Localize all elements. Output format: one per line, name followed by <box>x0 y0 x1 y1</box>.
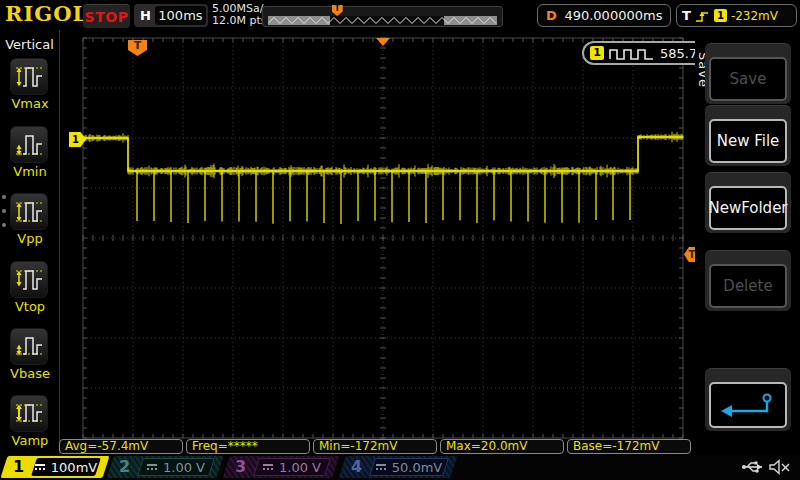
overview-wave <box>268 16 497 25</box>
save-menu: Save Save New File NewFolder Delete <box>695 30 800 455</box>
channel-3-scale: 1.00 V <box>279 460 321 475</box>
measurement-base: Base=-172mV <box>567 439 691 454</box>
delete-button[interactable]: Delete <box>705 250 791 311</box>
channel-1-status[interactable]: 1 100mV <box>4 456 106 478</box>
trigger-label: T <box>682 8 691 23</box>
menu-item-vtop[interactable]: Vtop <box>10 261 50 314</box>
channel-2-scale: 1.00 V <box>163 460 205 475</box>
timebase-value: 100ms <box>155 6 206 25</box>
channel-2-status[interactable]: 2 1.00 V <box>110 456 220 478</box>
menu-item-vmax[interactable]: Vmax <box>10 58 50 111</box>
channel-1-scale: 100mV <box>51 460 97 475</box>
horizontal-timebase-box[interactable]: H 100ms <box>134 4 208 27</box>
channel-1-number: 1 <box>13 457 24 477</box>
overview-trigger-flag[interactable]: T <box>332 5 343 16</box>
menu-item-vbase[interactable]: Vbase <box>10 328 50 381</box>
measurement-freq: Freq=***** <box>186 439 310 454</box>
counter-channel-badge: 1 <box>590 46 604 60</box>
channel-2-number: 2 <box>119 457 130 477</box>
vbase-label: Vbase <box>10 366 50 381</box>
new-file-button[interactable]: New File <box>705 105 791 166</box>
run-state-indicator[interactable]: STOP <box>83 4 130 28</box>
acquisition-info: 5.00MSa/s 12.0M pts <box>212 3 269 27</box>
brand-logo: RIGOL <box>5 1 88 26</box>
dc-coupling-icon <box>376 464 386 470</box>
oscilloscope-screen: RIGOL STOP H 100ms 5.00MSa/s 12.0M pts T… <box>0 0 800 480</box>
return-arrow-icon <box>718 390 778 420</box>
vtop-icon <box>10 261 48 298</box>
measure-menu-title: Vertical <box>0 37 59 52</box>
vmin-label: Vmin <box>10 164 50 179</box>
vmax-label: Vmax <box>10 96 50 111</box>
rising-edge-icon <box>695 8 710 24</box>
vamp-label: Vamp <box>10 433 50 448</box>
trigger-level-value: -232mV <box>731 9 778 23</box>
memory-depth: 12.0M pts <box>212 15 269 27</box>
vpp-label: Vpp <box>10 231 50 246</box>
vamp-icon <box>10 395 48 432</box>
save-button[interactable]: Save <box>705 43 791 104</box>
measurement-max: Max=20.0mV <box>440 439 564 454</box>
usb-icon <box>740 459 766 475</box>
vtop-label: Vtop <box>10 299 50 314</box>
measurement-min: Min=-172mV <box>313 439 437 454</box>
scope-canvas <box>60 30 696 450</box>
channel-3-number: 3 <box>235 457 246 477</box>
vmax-icon <box>10 58 48 95</box>
waveform-overview-bar[interactable]: T <box>262 6 503 27</box>
speaker-mute-icon <box>768 458 792 476</box>
status-bar: RIGOL STOP H 100ms 5.00MSa/s 12.0M pts T… <box>0 0 800 30</box>
dc-coupling-icon <box>263 464 273 470</box>
channel-4-status[interactable]: 4 50.0mV <box>342 456 454 478</box>
menu-item-vmin[interactable]: Vmin <box>10 126 50 179</box>
menu-page-dot <box>2 195 6 199</box>
vmin-icon <box>10 126 48 163</box>
channel-bar: 1 100mV 2 1.00 V 3 <box>0 455 800 480</box>
trigger-status-box: T 1 -232mV <box>676 4 797 27</box>
horizontal-label: H <box>140 8 151 23</box>
vbase-icon <box>10 328 48 365</box>
dc-coupling-icon <box>147 464 157 470</box>
measurement-avg: Avg=-57.4mV <box>59 439 183 454</box>
menu-item-vpp[interactable]: Vpp <box>10 193 50 246</box>
menu-item-vamp[interactable]: Vamp <box>10 395 50 448</box>
menu-page-dot <box>2 223 6 227</box>
square-wave-icon <box>609 47 655 60</box>
delay-label: D <box>546 8 557 23</box>
trigger-position-marker[interactable] <box>376 38 390 46</box>
dc-coupling-icon <box>35 464 45 470</box>
scope-display-area[interactable]: 1 T T 1 585.726 Hz <box>60 30 696 450</box>
channel-4-scale: 50.0mV <box>392 460 443 475</box>
vpp-icon <box>10 193 48 230</box>
channel-3-status[interactable]: 3 1.00 V <box>226 456 336 478</box>
new-folder-button[interactable]: NewFolder <box>705 172 791 233</box>
trigger-source-badge: 1 <box>714 9 727 22</box>
channel-4-number: 4 <box>351 457 362 477</box>
delay-box: D 490.000000ms <box>537 4 671 27</box>
menu-page-dot <box>2 209 6 213</box>
back-button[interactable] <box>705 368 791 431</box>
measure-menu: Vertical Vmax Vmin <box>0 30 60 454</box>
delay-value: 490.000000ms <box>557 8 670 23</box>
